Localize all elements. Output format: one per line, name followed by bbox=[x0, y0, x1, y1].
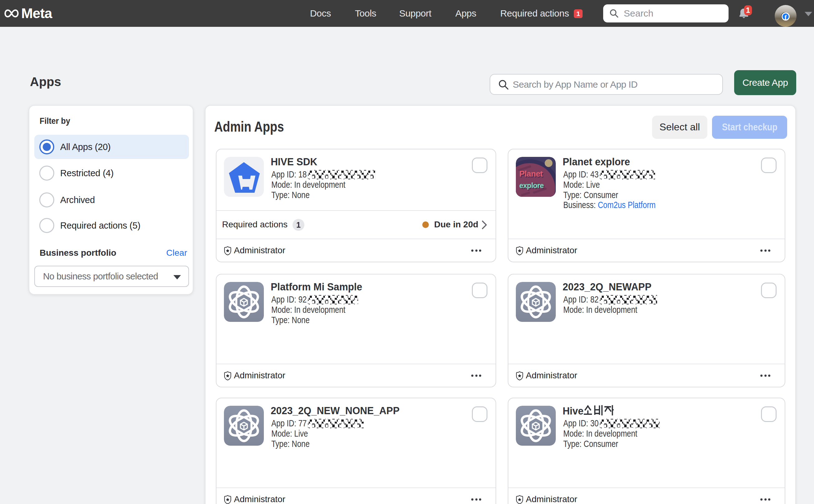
svg-text:explore: explore bbox=[519, 182, 544, 190]
svg-text:Planet: Planet bbox=[519, 169, 543, 178]
